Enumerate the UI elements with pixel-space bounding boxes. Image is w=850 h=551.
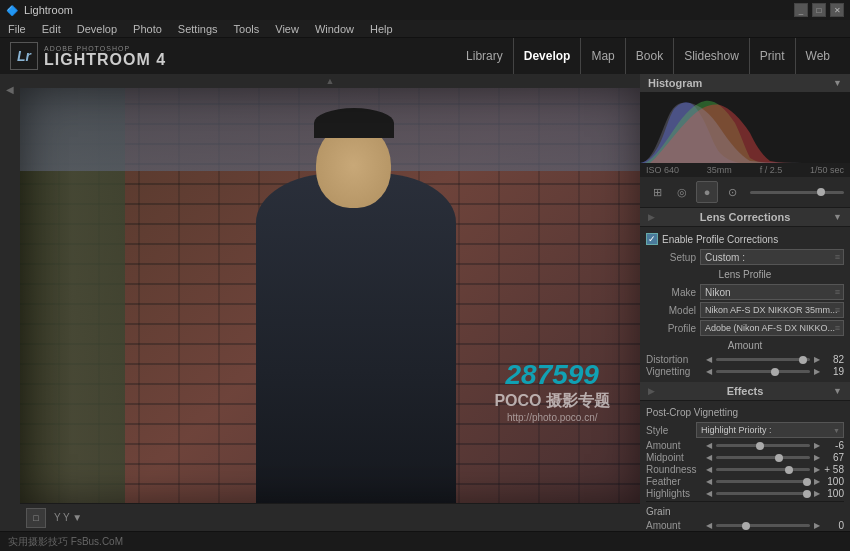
menu-help[interactable]: Help bbox=[366, 23, 397, 35]
title-bar-controls[interactable]: _ □ ✕ bbox=[794, 3, 844, 17]
tool-row: ⊞ ◎ ● ⊙ bbox=[640, 177, 850, 208]
style-value[interactable]: Highlight Priority : bbox=[696, 422, 844, 438]
effects-amount-label: Amount bbox=[646, 440, 706, 451]
midpoint-thumb bbox=[775, 454, 783, 462]
bottom-toolbar: □ Y Y ▼ bbox=[20, 503, 640, 531]
menu-file[interactable]: File bbox=[4, 23, 30, 35]
menu-view[interactable]: View bbox=[271, 23, 303, 35]
menu-develop[interactable]: Develop bbox=[73, 23, 121, 35]
highlights-label: Highlights bbox=[646, 488, 706, 499]
histogram-title: Histogram bbox=[648, 77, 702, 89]
roundness-slider[interactable] bbox=[716, 468, 810, 471]
focal-info: 35mm bbox=[707, 165, 732, 175]
title-bar-text: Lightroom bbox=[24, 4, 73, 16]
menu-edit[interactable]: Edit bbox=[38, 23, 65, 35]
menu-window[interactable]: Window bbox=[311, 23, 358, 35]
amount-section-title: Amount bbox=[646, 338, 844, 353]
effects-amount-row: Amount ◀ ▶ -6 bbox=[646, 440, 844, 451]
lens-body: ✓ Enable Profile Corrections Setup Custo… bbox=[640, 227, 850, 382]
midpoint-label: Midpoint bbox=[646, 452, 706, 463]
model-label: Model bbox=[646, 305, 696, 316]
lens-header[interactable]: ▶ Lens Corrections ▼ bbox=[640, 208, 850, 227]
tab-develop[interactable]: Develop bbox=[514, 38, 582, 74]
effects-amount-value: -6 bbox=[820, 440, 844, 451]
distortion-row: Distortion ◀ ▶ 82 bbox=[646, 354, 844, 365]
tab-library[interactable]: Library bbox=[456, 38, 514, 74]
effects-divider bbox=[646, 501, 844, 502]
effects-body: Post-Crop Vignetting Style Highlight Pri… bbox=[640, 401, 850, 531]
feather-slider[interactable] bbox=[716, 480, 810, 483]
camera-info: ISO 640 35mm f / 2.5 1/50 sec bbox=[640, 163, 850, 177]
vignetting-slider[interactable] bbox=[716, 370, 810, 373]
tab-print[interactable]: Print bbox=[750, 38, 796, 74]
minimize-button[interactable]: _ bbox=[794, 3, 808, 17]
highlights-thumb bbox=[803, 490, 811, 498]
tab-map[interactable]: Map bbox=[581, 38, 625, 74]
feather-row: Feather ◀ ▶ 100 bbox=[646, 476, 844, 487]
enable-profile-label: Enable Profile Corrections bbox=[662, 234, 778, 245]
tool-grid[interactable]: ⊞ bbox=[646, 181, 668, 203]
effects-header[interactable]: ▶ Effects ▼ bbox=[640, 382, 850, 401]
roundness-row: Roundness ◀ ▶ + 58 bbox=[646, 464, 844, 475]
photo-frame bbox=[20, 88, 640, 503]
effects-amount-thumb bbox=[756, 442, 764, 450]
highlights-value: 100 bbox=[820, 488, 844, 499]
frame-button[interactable]: □ bbox=[26, 508, 46, 528]
profile-label: Profile bbox=[646, 323, 696, 334]
app-icon: 🔷 bbox=[6, 5, 18, 16]
lr-badge: Lr bbox=[10, 42, 38, 70]
tool-spot[interactable]: ● bbox=[696, 181, 718, 203]
vignetting-label: Vignetting bbox=[646, 366, 706, 377]
profile-value[interactable]: Adobe (Nikon AF-S DX NIKKO... bbox=[700, 320, 844, 336]
menu-photo[interactable]: Photo bbox=[129, 23, 166, 35]
midpoint-slider[interactable] bbox=[716, 456, 810, 459]
app-name: LIGHTROOM 4 bbox=[44, 52, 166, 68]
menu-settings[interactable]: Settings bbox=[174, 23, 222, 35]
model-value[interactable]: Nikon AF-S DX NIKKOR 35mm... bbox=[700, 302, 844, 318]
zoom-label[interactable]: Y Y ▼ bbox=[50, 512, 86, 523]
grain-amount-slider[interactable] bbox=[716, 524, 810, 527]
watermark-brand: POCO 摄影专题 bbox=[494, 391, 610, 412]
lens-profile-title: Lens Profile bbox=[646, 267, 844, 282]
distortion-label: Distortion bbox=[646, 354, 706, 365]
effects-section: ▶ Effects ▼ Post-Crop Vignetting Style H… bbox=[640, 382, 850, 531]
tool-redeye[interactable]: ⊙ bbox=[721, 181, 743, 203]
setup-value[interactable]: Custom : bbox=[700, 249, 844, 265]
logo-area: Lr ADOBE PHOTOSHOP LIGHTROOM 4 bbox=[10, 42, 166, 70]
shutter-info: 1/50 sec bbox=[810, 165, 844, 175]
tab-slideshow[interactable]: Slideshow bbox=[674, 38, 750, 74]
close-button[interactable]: ✕ bbox=[830, 3, 844, 17]
histogram-section: Histogram ▼ ISO 640 35mm f / 2.5 bbox=[640, 74, 850, 177]
vignetting-left-arrow: ◀ bbox=[706, 367, 712, 376]
vignetting-row: Vignetting ◀ ▶ 19 bbox=[646, 366, 844, 377]
effects-amount-slider[interactable] bbox=[716, 444, 810, 447]
tab-web[interactable]: Web bbox=[796, 38, 840, 74]
tool-crop[interactable]: ◎ bbox=[671, 181, 693, 203]
maximize-button[interactable]: □ bbox=[812, 3, 826, 17]
menu-bar: File Edit Develop Photo Settings Tools V… bbox=[0, 20, 850, 38]
post-crop-label: Post-Crop Vignetting bbox=[646, 405, 844, 420]
title-bar: 🔷 Lightroom _ □ ✕ bbox=[0, 0, 850, 20]
vignetting-value: 19 bbox=[820, 366, 844, 377]
grain-amount-row: Amount ◀ ▶ 0 bbox=[646, 520, 844, 531]
iso-info: ISO 640 bbox=[646, 165, 679, 175]
app-title-area: ADOBE PHOTOSHOP LIGHTROOM 4 bbox=[44, 45, 166, 68]
watermark-url: http://photo.poco.cn/ bbox=[494, 412, 610, 423]
tab-book[interactable]: Book bbox=[626, 38, 674, 74]
main-layout: ◀ ▲ 28 bbox=[0, 74, 850, 531]
make-value[interactable]: Nikon bbox=[700, 284, 844, 300]
feather-value: 100 bbox=[820, 476, 844, 487]
tool-slider[interactable] bbox=[750, 191, 844, 194]
distortion-slider[interactable] bbox=[716, 358, 810, 361]
distortion-value: 82 bbox=[820, 354, 844, 365]
enable-profile-checkbox[interactable]: ✓ bbox=[646, 233, 658, 245]
menu-tools[interactable]: Tools bbox=[230, 23, 264, 35]
watermark: 287599 POCO 摄影专题 http://photo.poco.cn/ bbox=[494, 359, 610, 423]
left-panel-toggle[interactable]: ◀ bbox=[0, 78, 21, 100]
lens-section: ▶ Lens Corrections ▼ ✓ Enable Profile Co… bbox=[640, 208, 850, 382]
highlights-slider[interactable] bbox=[716, 492, 810, 495]
histogram-collapse-icon: ▼ bbox=[833, 78, 842, 88]
histogram-header[interactable]: Histogram ▼ bbox=[640, 74, 850, 93]
center-area: ▲ 287599 POCO 摄影专题 bbox=[20, 74, 640, 531]
grain-label: Grain bbox=[646, 504, 844, 519]
